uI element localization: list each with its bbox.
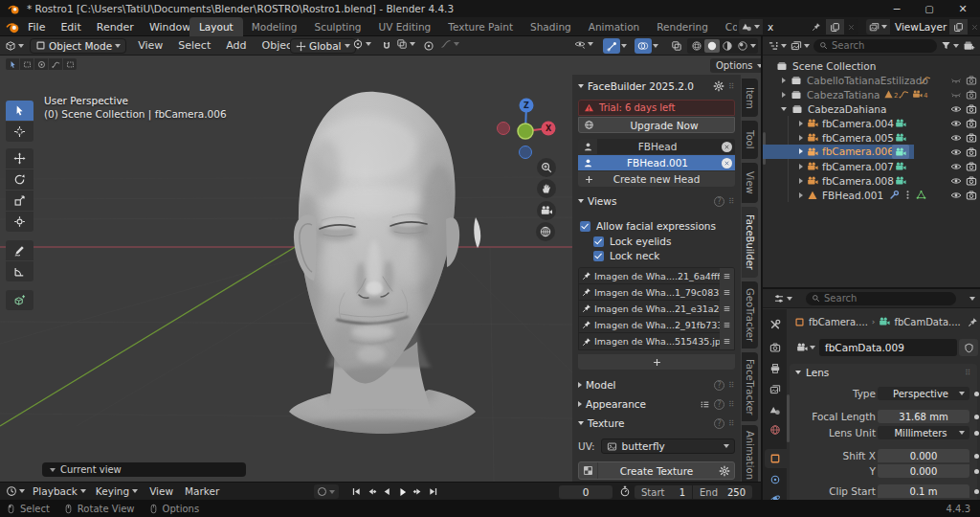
animate-dot[interactable] (974, 489, 979, 494)
blender-menu-icon[interactable] (6, 20, 20, 34)
help-icon[interactable]: ? (714, 399, 724, 410)
views-section-header[interactable]: Views ? ⠿ (578, 195, 735, 207)
outliner-row-camera[interactable]: fbCamera.004 (763, 116, 980, 130)
maximize-button[interactable]: ▢ (913, 4, 946, 14)
tab-physics-icon[interactable] (769, 493, 781, 500)
outliner-row-camera[interactable]: fbCamera.005 (763, 130, 980, 145)
asset-shelf-header[interactable]: Current view (42, 462, 246, 477)
tool-scale-button[interactable] (6, 191, 33, 211)
tab-rendering[interactable]: Rendering (648, 21, 717, 33)
play-button[interactable] (395, 484, 410, 499)
eye-icon[interactable] (950, 190, 962, 201)
frame-end-field[interactable]: End 250 (693, 485, 752, 499)
xray-toggle-icon[interactable] (671, 40, 682, 52)
image-menu-button[interactable] (720, 268, 734, 284)
menu-add[interactable]: Add (218, 39, 254, 52)
outliner-row-camera[interactable]: fbCamera.007 (763, 159, 980, 173)
outliner-row-fbhead[interactable]: FBHead.001 (763, 188, 980, 202)
tab-viewlayer-icon[interactable] (769, 384, 781, 395)
checkbox-lock-eyelids[interactable]: Lock eyelids (593, 236, 671, 247)
menu-file[interactable]: File (20, 21, 53, 34)
camera-restrict-icon[interactable] (966, 175, 977, 187)
shading-wireframe-icon[interactable] (691, 40, 702, 52)
jump-to-start-button[interactable] (349, 484, 364, 499)
menu-playback[interactable]: Playback (33, 485, 86, 497)
tab-facebuilder[interactable]: FaceBuilder (742, 207, 758, 278)
animate-dot[interactable] (974, 469, 979, 474)
tab-uv-editing[interactable]: UV Editing (370, 21, 440, 33)
snap-target-dropdown[interactable] (352, 38, 371, 50)
menu-view[interactable]: View (130, 39, 170, 52)
menu-edit[interactable]: Edit (53, 21, 88, 34)
eye-closed-icon[interactable] (950, 75, 962, 86)
animate-dot[interactable] (974, 415, 979, 419)
close-button[interactable]: ✕ (946, 3, 980, 15)
eye-icon[interactable] (950, 103, 962, 115)
view-image-item[interactable]: Imagen de Wha....21_6a4fff2e.jpg (579, 268, 734, 284)
head-item[interactable]: FBHead (578, 139, 735, 154)
lens-unit-dropdown[interactable]: Millimeters (878, 426, 969, 439)
outliner-row-scene-collection[interactable]: Scene Collection (763, 58, 980, 73)
animate-dot[interactable] (974, 431, 979, 436)
shift-y-field[interactable]: 0.000 (878, 464, 969, 478)
eye-icon[interactable] (950, 118, 962, 129)
new-collection-button[interactable] (963, 39, 975, 52)
tab-output-icon[interactable] (769, 363, 781, 374)
jump-to-end-button[interactable] (426, 484, 440, 499)
tab-object-icon[interactable] (769, 453, 781, 464)
image-menu-button[interactable] (720, 317, 734, 333)
breadcrumb-object[interactable]: fbCamera.... (809, 317, 868, 327)
view-image-item[interactable]: Imagen de Wha...2_91fb733d.jpg (579, 317, 734, 333)
breadcrumb-data[interactable]: fbCamData.... (894, 317, 964, 327)
editor-type-button[interactable] (5, 40, 24, 52)
outliner-search[interactable]: Search (813, 39, 937, 53)
model-section-header[interactable]: Model ? ⠿ (578, 379, 735, 391)
navigation-gizmo[interactable]: Z X (483, 95, 569, 286)
outliner-filter[interactable] (941, 40, 959, 51)
viewlayer-browse-button[interactable] (866, 19, 890, 34)
delete-head-button[interactable] (718, 155, 735, 170)
panel-drag-dots[interactable]: ⠿ (728, 82, 735, 91)
lens-type-dropdown[interactable]: Perspective (878, 387, 969, 400)
menu-marker[interactable]: Marker (185, 485, 219, 497)
add-image-button[interactable] (578, 354, 735, 370)
tab-shading[interactable]: Shading (522, 21, 580, 33)
help-icon[interactable]: ? (714, 196, 724, 207)
tab-animation[interactable]: Animation (580, 21, 649, 33)
viewlayer-delete-button[interactable] (968, 19, 980, 34)
select-box-button[interactable] (20, 58, 33, 70)
camera-restrict-icon[interactable] (966, 103, 977, 115)
view-image-item[interactable]: Imagen de Wha...515435.jpg.001 (579, 333, 734, 349)
properties-search[interactable]: Search (806, 292, 956, 305)
camera-restrict-icon[interactable] (966, 190, 977, 201)
shading-solid-button[interactable] (704, 39, 720, 53)
tab-modeling[interactable]: Modeling (243, 21, 306, 33)
outliner-row-camera-selected[interactable]: fbCamera.006 (763, 145, 980, 159)
head-model[interactable] (287, 92, 479, 445)
tab-tool-icon[interactable] (769, 319, 781, 330)
upgrade-button[interactable]: Upgrade Now (578, 117, 735, 133)
tab-view[interactable]: View (742, 163, 758, 203)
select-tweak-button[interactable] (6, 58, 19, 70)
snap-magnet-icon[interactable] (381, 40, 392, 52)
tab-render-icon[interactable] (769, 342, 781, 353)
camera-restrict-icon[interactable] (966, 132, 977, 144)
scene-browse-button[interactable] (739, 19, 763, 34)
proportional-falloff-dropdown[interactable] (440, 38, 459, 50)
proportional-edit-icon[interactable] (423, 40, 434, 52)
shading-rendered-icon[interactable] (737, 40, 748, 52)
outliner-filter-id[interactable] (791, 40, 810, 52)
snap-with-dropdown[interactable] (396, 38, 415, 50)
zoom-button[interactable] (537, 158, 556, 177)
create-texture-button[interactable]: Create Texture (578, 461, 735, 480)
image-menu-button[interactable] (720, 284, 734, 301)
tool-rotate-button[interactable] (6, 169, 33, 190)
tab-texture-paint[interactable]: Texture Paint (439, 21, 522, 33)
clip-start-field[interactable]: 0.1 m (878, 484, 969, 498)
mode-dropdown[interactable]: Object Mode (30, 38, 126, 54)
tool-cursor-button[interactable] (6, 122, 33, 142)
facebuilder-panel-title[interactable]: FaceBuilder 2025.2.0 (588, 80, 709, 92)
animate-dot[interactable] (974, 392, 979, 396)
presets-icon[interactable] (700, 399, 710, 410)
visibility-dropdown[interactable] (574, 38, 593, 50)
